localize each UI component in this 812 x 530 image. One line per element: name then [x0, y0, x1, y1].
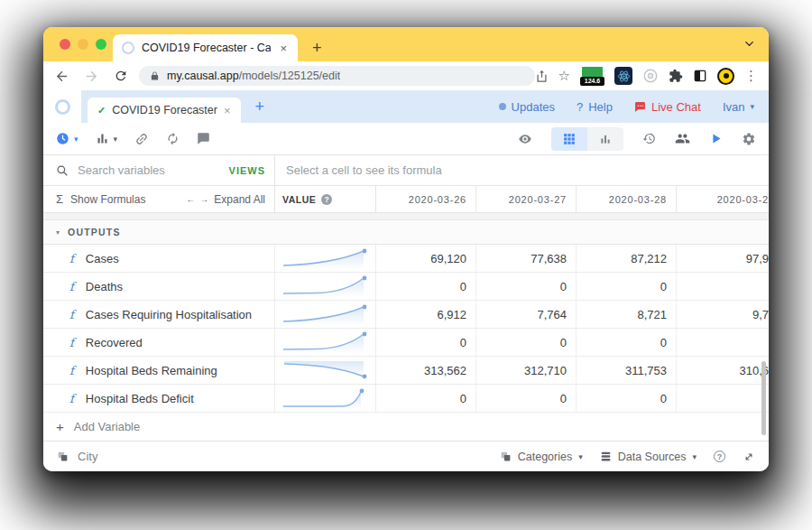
updates-button[interactable]: Updates	[499, 100, 555, 114]
value-cell[interactable]: 0	[476, 273, 577, 300]
city-dimension-chip[interactable]: City	[57, 450, 97, 463]
browser-menu-icon[interactable]: ⋮	[744, 68, 758, 84]
collaborators-icon[interactable]	[675, 131, 690, 146]
atom-extension-icon[interactable]	[614, 67, 632, 85]
value-cell[interactable]: 0	[376, 273, 476, 300]
time-settings-dropdown[interactable]: ▾	[56, 132, 78, 145]
link-icon[interactable]	[134, 132, 149, 146]
value-cell[interactable]: 8,721	[577, 301, 677, 328]
variable-name-cell[interactable]: f Cases	[43, 245, 275, 272]
variable-name: Recovered	[86, 336, 143, 349]
run-play-button[interactable]	[709, 132, 723, 145]
value-cell[interactable]: 310,6	[677, 357, 769, 384]
value-cell[interactable]: 0	[376, 329, 476, 356]
sparkline-cell[interactable]	[275, 301, 376, 328]
sparkline-cell[interactable]	[275, 385, 376, 412]
value-cell[interactable]: 7,764	[476, 301, 577, 328]
sparkline-chart	[281, 330, 371, 354]
tab-search-chevron-icon[interactable]	[743, 37, 756, 51]
live-chat-button[interactable]: Live Chat	[634, 100, 701, 114]
variable-name-cell[interactable]: f Hospital Beds Remaining	[43, 357, 275, 384]
forward-button[interactable]	[84, 69, 99, 84]
app-header: ✓ COVID19 Forecaster × + Updates ? Help	[43, 90, 769, 123]
sync-icon[interactable]	[166, 132, 180, 145]
value-help-icon[interactable]: ?	[321, 194, 332, 205]
value-cell[interactable]: 87,212	[577, 245, 677, 272]
search-input[interactable]: Search variables	[78, 163, 220, 177]
value-cell[interactable]	[677, 329, 769, 356]
value-cell[interactable]: 0	[577, 329, 677, 356]
history-icon[interactable]	[642, 132, 656, 145]
variable-name-cell[interactable]: f Recovered	[43, 329, 275, 356]
model-tab[interactable]: ✓ COVID19 Forecaster ×	[88, 98, 241, 123]
new-tab-button[interactable]: +	[312, 40, 322, 56]
help-button[interactable]: ? Help	[577, 100, 613, 114]
sparkline-cell[interactable]	[275, 357, 376, 384]
value-cell[interactable]: 0	[577, 273, 677, 300]
causal-logo[interactable]	[43, 90, 81, 123]
comment-icon[interactable]	[197, 132, 210, 145]
sparkline-cell[interactable]	[275, 245, 376, 272]
close-window-button[interactable]	[60, 39, 70, 50]
chart-type-dropdown[interactable]: ▾	[96, 132, 118, 145]
date-column-header: 2020-03-27	[476, 186, 577, 212]
url-text: my.causal.app/models/125125/edit	[167, 70, 340, 82]
footer-help-icon[interactable]: ?	[714, 451, 725, 462]
chart-view-button[interactable]	[587, 127, 623, 151]
value-cell[interactable]: 69,120	[376, 245, 476, 272]
show-formulas-toggle[interactable]: Show Formulas	[70, 193, 145, 206]
variable-name-cell[interactable]: f Hospital Beds Deficit	[43, 385, 275, 412]
value-cell[interactable]: 312,710	[476, 357, 577, 384]
value-cell[interactable]: 311,753	[577, 357, 677, 384]
formula-bar[interactable]: Select a cell to see its formula	[275, 155, 769, 185]
share-icon[interactable]	[535, 70, 549, 83]
group-collapse-caret-icon[interactable]: ▾	[56, 228, 60, 237]
sparkline-cell[interactable]	[275, 273, 376, 300]
back-button[interactable]	[54, 69, 69, 84]
views-button[interactable]: VIEWS	[229, 165, 274, 176]
lock-icon[interactable]	[150, 70, 160, 81]
value-cell[interactable]: 0	[577, 385, 677, 412]
browser-tab[interactable]: COVID19 Forecaster - Causal ×	[113, 34, 298, 61]
data-sources-dropdown[interactable]: Data Sources ▾	[600, 451, 697, 463]
value-cell[interactable]: 9,7	[677, 301, 769, 328]
variable-name-cell[interactable]: f Deaths	[43, 273, 275, 300]
tab-title: COVID19 Forecaster - Causal	[142, 42, 271, 54]
variable-search[interactable]: Search variables VIEWS	[43, 155, 275, 185]
visibility-eye-icon[interactable]	[518, 132, 532, 146]
tab-group-icon[interactable]	[693, 69, 707, 83]
model-tab-close-icon[interactable]: ×	[224, 104, 231, 117]
value-cell[interactable]	[677, 273, 769, 300]
variable-name-cell[interactable]: f Cases Requiring Hospitalisation	[43, 301, 275, 328]
vertical-scrollbar[interactable]	[761, 361, 766, 435]
minimize-window-button[interactable]	[78, 39, 88, 50]
value-cell[interactable]: 97,9	[677, 245, 769, 272]
fullscreen-expand-icon[interactable]	[743, 451, 755, 463]
sparkline-cell[interactable]	[275, 329, 376, 356]
profile-avatar[interactable]	[717, 68, 734, 85]
value-cell[interactable]: 313,562	[376, 357, 476, 384]
model-tab-title: COVID19 Forecaster	[112, 104, 217, 116]
add-variable-row[interactable]: + Add Variable	[43, 413, 769, 442]
meter-extension-icon[interactable]: 124.6	[580, 67, 604, 86]
value-cell[interactable]: 77,638	[476, 245, 577, 272]
reload-button[interactable]	[114, 69, 128, 83]
table-view-button[interactable]	[551, 127, 587, 151]
value-cell[interactable]: 0	[376, 385, 476, 412]
value-cell[interactable]: 6,912	[376, 301, 476, 328]
value-cell[interactable]	[677, 385, 769, 412]
categories-dropdown[interactable]: Categories ▾	[500, 451, 583, 463]
tab-close-icon[interactable]: ×	[278, 42, 289, 55]
url-bar[interactable]: my.causal.app/models/125125/edit	[139, 66, 535, 86]
expand-all-button[interactable]: ← → Expand All	[187, 193, 266, 206]
zoom-window-button[interactable]	[96, 39, 106, 50]
value-cell[interactable]: 0	[476, 329, 577, 356]
user-menu[interactable]: Ivan ▾	[723, 100, 754, 114]
outputs-group-header[interactable]: ▾ OUTPUTS	[43, 220, 769, 245]
new-model-tab-button[interactable]: +	[255, 98, 265, 116]
bookmark-star-icon[interactable]: ☆	[558, 68, 570, 84]
disc-extension-icon[interactable]	[642, 68, 659, 84]
settings-gear-icon[interactable]	[742, 132, 756, 146]
value-cell[interactable]: 0	[476, 385, 577, 412]
extensions-puzzle-icon[interactable]	[669, 69, 683, 83]
